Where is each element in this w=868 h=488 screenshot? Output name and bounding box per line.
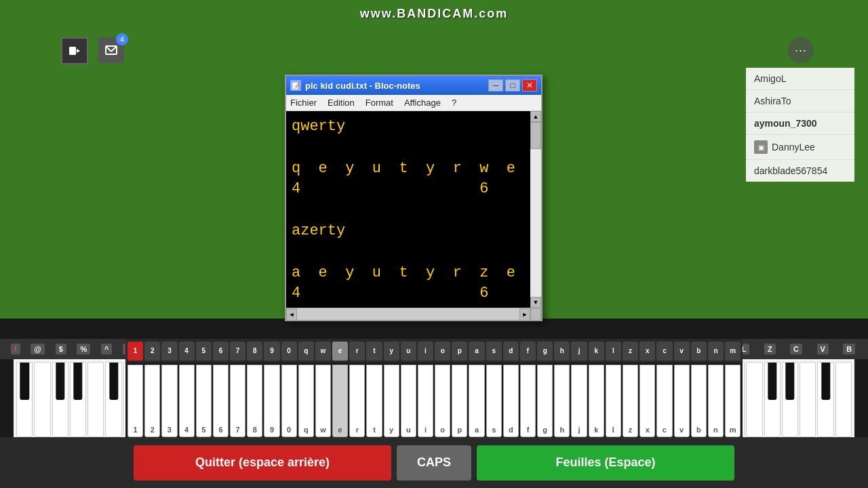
menu-help[interactable]: ? [452,98,456,108]
key-label-o[interactable]: o [435,342,450,361]
white-key-f[interactable]: f [520,365,536,437]
white-key-r[interactable]: r [349,365,365,437]
white-key-b[interactable]: b [691,365,707,437]
side-white-key[interactable] [70,362,86,437]
white-key-q[interactable]: q [298,365,314,437]
white-key-e[interactable]: e [332,365,348,437]
key-label-3[interactable]: 3 [161,342,177,361]
key-label-t[interactable]: t [366,342,382,361]
key-label-s[interactable]: s [486,342,502,361]
white-key-g[interactable]: g [537,365,553,437]
key-label-2[interactable]: 2 [144,342,160,361]
side-white-key[interactable] [34,362,50,437]
key-label-v[interactable]: v [674,342,690,361]
white-key-z[interactable]: z [623,365,638,437]
side-white-key[interactable] [746,362,762,437]
white-key-7[interactable]: 7 [230,365,245,437]
side-white-key[interactable] [87,362,104,437]
white-key-2[interactable]: 2 [144,365,160,437]
caps-button[interactable]: CAPS [397,445,471,481]
quit-button[interactable]: Quitter (espace arrière) [134,445,391,481]
white-key-6[interactable]: 6 [213,365,229,437]
notepad-text-content[interactable]: qwerty q e y u t y r w e 4 6 azerty a e … [286,111,530,308]
key-label-u[interactable]: u [401,342,416,361]
key-label-g[interactable]: g [537,342,553,361]
resize-grip[interactable] [530,308,541,321]
white-key-u[interactable]: u [401,365,416,437]
white-key-j[interactable]: j [571,365,587,437]
key-label-c[interactable]: c [656,342,672,361]
key-label-p[interactable]: p [452,342,467,361]
key-label-f[interactable]: f [520,342,536,361]
scroll-thumb[interactable] [530,122,541,149]
white-key-k[interactable]: k [589,365,604,437]
white-key-l[interactable]: l [606,365,621,437]
white-key-5[interactable]: 5 [196,365,212,437]
white-key-p[interactable]: p [452,365,467,437]
menu-affichage[interactable]: Affichage [404,98,441,108]
white-key-o[interactable]: o [435,365,450,437]
white-key-9[interactable]: 9 [264,365,279,437]
key-label-e[interactable]: e [332,342,348,361]
maximize-button[interactable]: □ [505,79,520,92]
minimize-button[interactable]: ─ [488,79,503,92]
key-label-l[interactable]: l [606,342,621,361]
horizontal-scroll-track[interactable] [297,308,519,320]
white-key-3[interactable]: 3 [161,365,177,437]
key-label-8[interactable]: 8 [247,342,262,361]
key-label-q[interactable]: q [298,342,314,361]
white-key-i[interactable]: i [418,365,433,437]
white-key-4[interactable]: 4 [179,365,195,437]
key-label-y[interactable]: y [384,342,399,361]
white-key-v[interactable]: v [674,365,690,437]
white-key-s[interactable]: s [486,365,502,437]
menu-fichier[interactable]: Fichier [290,98,317,108]
key-label-1[interactable]: 1 [127,342,143,361]
side-white-key[interactable] [835,362,852,437]
key-label-r[interactable]: r [349,342,365,361]
notification-area[interactable]: 4 [98,37,124,63]
key-label-h[interactable]: h [554,342,570,361]
key-label-x[interactable]: x [639,342,655,361]
menu-edition[interactable]: Edition [328,98,355,108]
key-label-9[interactable]: 9 [264,342,279,361]
key-label-m[interactable]: m [725,342,741,361]
side-white-key[interactable] [52,362,68,437]
key-label-5[interactable]: 5 [196,342,212,361]
key-label-a[interactable]: a [469,342,484,361]
leaves-button[interactable]: Feuilles (Espace) [477,445,734,481]
white-key-1[interactable]: 1 [127,365,143,437]
key-label-n[interactable]: n [708,342,724,361]
key-label-k[interactable]: k [589,342,604,361]
side-white-key[interactable] [817,362,833,437]
key-label-b[interactable]: b [691,342,707,361]
white-key-x[interactable]: x [639,365,655,437]
more-options-button[interactable]: ··· [788,37,814,63]
menu-format[interactable]: Format [366,98,393,108]
close-button[interactable]: ✕ [522,79,537,92]
scroll-track[interactable] [530,122,541,297]
key-label-6[interactable]: 6 [213,342,229,361]
white-key-c[interactable]: c [656,365,672,437]
notification-icon[interactable]: 4 [98,37,124,63]
scroll-left-arrow[interactable]: ◄ [286,308,297,321]
key-label-7[interactable]: 7 [230,342,245,361]
side-white-key[interactable] [782,362,798,437]
white-key-h[interactable]: h [554,365,570,437]
key-label-i[interactable]: i [418,342,433,361]
side-white-key[interactable] [800,362,816,437]
side-white-key[interactable] [16,362,33,437]
key-label-d[interactable]: d [503,342,519,361]
scroll-down-arrow[interactable]: ▼ [530,297,541,308]
white-key-t[interactable]: t [366,365,382,437]
white-key-8[interactable]: 8 [247,365,262,437]
scroll-up-arrow[interactable]: ▲ [530,111,541,122]
white-key-y[interactable]: y [384,365,399,437]
side-white-key[interactable] [764,362,781,437]
key-label-z[interactable]: z [623,342,638,361]
key-label-4[interactable]: 4 [179,342,195,361]
white-key-a[interactable]: a [469,365,484,437]
white-key-n[interactable]: n [708,365,724,437]
white-key-w[interactable]: w [315,365,331,437]
white-key-m[interactable]: m [725,365,741,437]
